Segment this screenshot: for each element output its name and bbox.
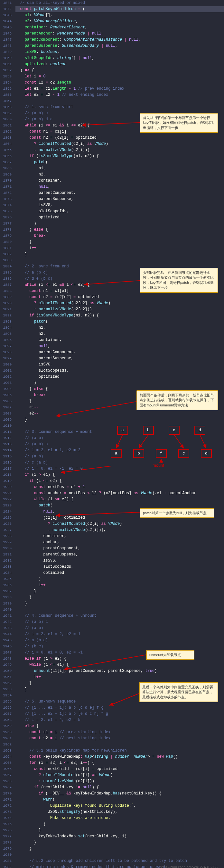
code-line[interactable]: if (i <= e2) { — [15, 478, 224, 484]
code-line[interactable]: slotScopeIds, — [15, 208, 224, 215]
code-line[interactable]: ? cloneIfMounted(c2[i] as VNode) — [15, 141, 224, 147]
code-line[interactable]: // (a b) c — [15, 619, 224, 625]
code-line[interactable]: // 5.1 build key:index map for newChildr… — [15, 748, 224, 754]
code-line[interactable]: parentSuspense: SuspenseBoundary | null, — [15, 43, 224, 49]
code-line[interactable]: } else { — [15, 227, 224, 233]
code-line[interactable]: i++ — [15, 582, 224, 588]
code-line[interactable]: // [i ... e1 + 1]: a b [c d e] f g — [15, 705, 224, 711]
code-line[interactable] — [15, 742, 224, 748]
code-line[interactable] — [15, 98, 224, 104]
code-line[interactable]: const n2 = (c2[e2] = optimized — [15, 294, 224, 300]
code-line[interactable]: const patchKeyedChildren = ( — [15, 6, 224, 12]
code-line[interactable] — [15, 607, 224, 613]
code-line[interactable]: `Make sure keys are unique.` — [15, 815, 224, 821]
code-line[interactable]: n1, — [15, 325, 224, 331]
code-line[interactable]: c2: VNodeArrayChildren, — [15, 19, 224, 25]
code-line[interactable]: parentAnchor: RendererNode | null, — [15, 31, 224, 37]
code-line[interactable]: // (a b) — [15, 625, 224, 631]
code-line[interactable]: const s2 = i // next starting index — [15, 736, 224, 742]
code-line[interactable]: ? cloneIfMounted(c2[i] as VNode) — [15, 521, 224, 527]
code-line[interactable] — [15, 257, 224, 264]
code-line[interactable]: e2-- — [15, 411, 224, 417]
code-line[interactable]: // 4. common sequence + unmount — [15, 613, 224, 619]
code-line[interactable]: parentComponent, — [15, 546, 224, 552]
code-line[interactable]: anchor, — [15, 539, 224, 546]
code-line[interactable]: slotScopeIds, — [15, 564, 224, 570]
code-line[interactable]: const keyToNewIndexMap: Map<string | num… — [15, 754, 224, 760]
code-line[interactable]: } — [15, 417, 224, 423]
code-line[interactable]: n1, — [15, 165, 224, 172]
code-line[interactable]: `Duplicate keys found during update:`, — [15, 803, 224, 809]
code-line[interactable]: const anchor = nextPos < l2 ? (c2[nextPo… — [15, 490, 224, 496]
code-line[interactable]: let e1 = c1.length - 1 // prev ending in… — [15, 86, 224, 92]
code-line[interactable]: if (nextChild.key != null) { — [15, 784, 224, 790]
code-line[interactable]: break — [15, 233, 224, 239]
code-line[interactable]: optimized: boolean — [15, 61, 224, 67]
code-line[interactable]: n2, — [15, 172, 224, 178]
code-line[interactable]: isSVG, — [15, 362, 224, 368]
code-line[interactable]: : normalizeVNode(c2[i])) — [15, 147, 224, 153]
code-line[interactable]: // (b c) — [15, 644, 224, 650]
code-line[interactable]: } — [15, 840, 224, 846]
code-line[interactable]: i++ — [15, 674, 224, 680]
code-line[interactable]: else { — [15, 723, 224, 729]
code-line[interactable]: for (i = s2; i <= e2; i++) { — [15, 760, 224, 766]
code-line[interactable]: // can be all-keyed or mixed — [15, 0, 224, 6]
code-line[interactable]: parentComponent: ComponentInternalInstan… — [15, 37, 224, 43]
code-line[interactable]: } — [15, 594, 224, 600]
code-line[interactable]: parentComponent, — [15, 349, 224, 355]
code-line[interactable]: } — [15, 827, 224, 834]
code-line[interactable]: isSVG, — [15, 202, 224, 208]
code-line[interactable]: ) — [15, 221, 224, 227]
code-line[interactable]: keyToNewIndexMap.set(nextChild.key, i) — [15, 834, 224, 840]
code-line[interactable]: ? cloneIfMounted(c2[i] as VNode) — [15, 772, 224, 778]
code-line[interactable]: patch( — [15, 159, 224, 165]
code-line[interactable]: container: RendererElement, — [15, 25, 224, 31]
code-line[interactable]: // i = 2, e1 = 2, e2 = 1 — [15, 631, 224, 638]
code-line[interactable]: } — [15, 600, 224, 607]
code-line[interactable]: null, — [15, 343, 224, 349]
code-line[interactable]: } — [15, 588, 224, 594]
code-line[interactable]: parentSuspense, — [15, 196, 224, 202]
code-line[interactable]: parentSuspense, — [15, 355, 224, 362]
code-line[interactable]: const n2 = (c2[i] = optimized — [15, 135, 224, 141]
code-line[interactable]: while (i <= e1) { — [15, 662, 224, 668]
code-line[interactable]: let e2 = l2 - 1 // next ending index — [15, 92, 224, 98]
code-line[interactable]: container, — [15, 533, 224, 539]
code-line[interactable]: c1: VNode[], — [15, 12, 224, 19]
code-line[interactable]: ) => { — [15, 67, 224, 73]
code-line[interactable]: ) — [15, 821, 224, 827]
code-line[interactable]: JSON.stringify(nextChild.key), — [15, 809, 224, 815]
code-line[interactable]: const s1 = i // prev starting index — [15, 729, 224, 736]
code-line[interactable]: if (isSameVNodeType(n1, n2)) { — [15, 153, 224, 159]
code-line[interactable]: } — [15, 846, 224, 852]
code-area[interactable]: // can be all-keyed or mixed const patch… — [14, 0, 224, 868]
code-line[interactable]: // 1. sync from start — [15, 104, 224, 110]
code-line[interactable]: unmount(c1[i], parentComponent, parentSu… — [15, 668, 224, 674]
code-line[interactable]: // [i ... e2 + 1]: a b [e d c h] f g — [15, 711, 224, 717]
code-line[interactable]: ? cloneIfMounted(c2[e2] as VNode) — [15, 300, 224, 306]
code-line[interactable]: n2, — [15, 331, 224, 337]
code-line[interactable]: } — [15, 239, 224, 245]
code-line[interactable]: optimized — [15, 570, 224, 576]
code-line[interactable]: slotScopeIds: string[] | null, — [15, 55, 224, 61]
code-line[interactable]: if (__DEV__ && keyToNewIndexMap.has(next… — [15, 790, 224, 797]
code-line[interactable]: container, — [15, 337, 224, 343]
code-line[interactable]: ) — [15, 576, 224, 582]
code-line[interactable]: parentSuspense, — [15, 552, 224, 558]
code-line[interactable]: isSVG: boolean, — [15, 49, 224, 55]
code-line[interactable]: const l2 = c2.length — [15, 80, 224, 86]
code-line[interactable]: warn( — [15, 797, 224, 803]
code-line[interactable]: } — [15, 251, 224, 257]
code-line[interactable]: // 5.2 loop through old children left to… — [15, 858, 224, 864]
code-line[interactable]: patch( — [15, 319, 224, 325]
code-line[interactable]: // a (b c) — [15, 638, 224, 644]
code-line[interactable] — [15, 852, 224, 858]
code-line[interactable]: while (i <= e2) { — [15, 496, 224, 502]
code-line[interactable]: const nextPos = e2 + 1 — [15, 484, 224, 490]
code-line[interactable]: container, — [15, 178, 224, 184]
code-line[interactable]: let i = 0 — [15, 73, 224, 80]
code-line[interactable]: : normalizeVNode(c2[i])), — [15, 527, 224, 533]
code-line[interactable]: isSVG, — [15, 558, 224, 564]
code-line[interactable]: : normalizeVNode(c2[e2])) — [15, 306, 224, 313]
